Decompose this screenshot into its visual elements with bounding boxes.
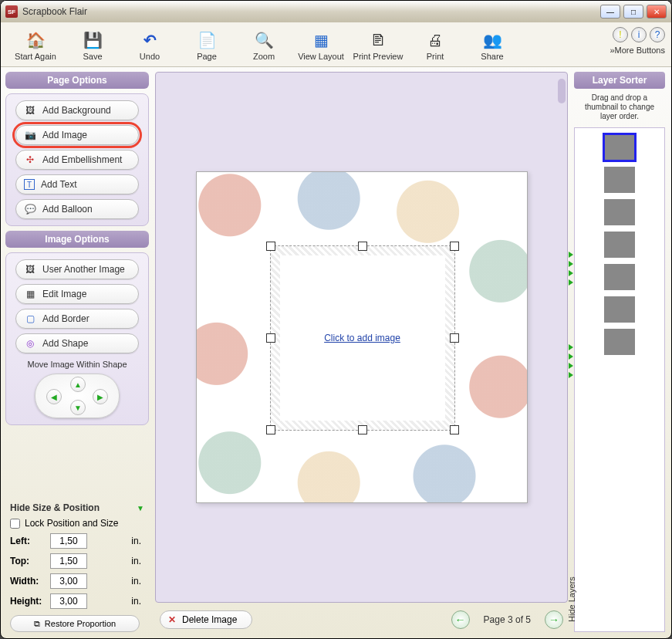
main-toolbar: 🏠Start Again 💾Save ↶Undo 📄Page 🔍Zoom ▦Vi… [1, 22, 671, 67]
move-dpad: ▲ ▼ ◀ ▶ [35, 374, 120, 418]
move-left-button[interactable]: ◀ [46, 389, 62, 404]
home-icon: 🏠 [25, 30, 46, 50]
move-right-button[interactable]: ▶ [93, 389, 108, 404]
page-options-panel: 🖼Add Background 📷Add Image ✣Add Embellis… [5, 93, 149, 226]
app-icon: SF [5, 5, 18, 18]
layout-icon: ▦ [311, 30, 331, 50]
width-input[interactable] [50, 573, 87, 589]
save-icon: 💾 [83, 30, 103, 50]
resize-handle-bm[interactable] [358, 425, 367, 434]
layer-thumbnail[interactable] [604, 329, 635, 355]
resize-handle-br[interactable] [450, 425, 459, 434]
height-input[interactable] [50, 593, 87, 609]
resize-handle-tm[interactable] [358, 242, 367, 251]
background-icon: 🖼 [24, 104, 36, 117]
layer-thumbnail[interactable] [604, 134, 635, 161]
image-placeholder[interactable]: Click to add image [270, 245, 455, 431]
shape-icon: ◎ [24, 337, 36, 350]
layer-panel: Layer Sorter Drag and drop a thumbnail t… [574, 72, 665, 632]
lock-label: Lock Position and Size [25, 518, 118, 529]
share-icon: 👥 [482, 30, 502, 50]
maximize-button[interactable]: □ [623, 5, 643, 19]
restore-proportion-button[interactable]: ⧉Restore Proportion [10, 615, 140, 632]
add-shape-button[interactable]: ◎Add Shape [15, 333, 139, 353]
layer-thumbnail[interactable] [604, 264, 635, 290]
resize-handle-mr[interactable] [450, 333, 459, 343]
hide-layers-toggle[interactable]: Hide Layers [567, 576, 576, 622]
add-background-button[interactable]: 🖼Add Background [15, 100, 139, 120]
left-label: Left: [10, 536, 47, 546]
resize-handle-ml[interactable] [266, 333, 275, 343]
window-title: Scrapbook Flair [22, 6, 87, 17]
scrollbar-thumb[interactable] [558, 79, 566, 103]
start-again-button[interactable]: 🏠Start Again [7, 25, 64, 66]
edit-icon: ▦ [24, 288, 36, 300]
layer-arrows [569, 344, 573, 378]
more-buttons-link[interactable]: »More Buttons [610, 46, 665, 55]
view-layout-button[interactable]: ▦View Layout [292, 25, 350, 66]
app-body: Page Options 🖼Add Background 📷Add Image … [1, 67, 671, 638]
page-button[interactable]: 📄Page [178, 25, 235, 66]
add-balloon-button[interactable]: 💬Add Balloon [15, 199, 139, 219]
page-canvas[interactable]: Click to add image [196, 171, 528, 503]
click-to-add-image-link[interactable]: Click to add image [324, 333, 400, 343]
unit-label: in. [131, 536, 141, 546]
add-text-button[interactable]: TAdd Text [15, 174, 139, 194]
add-image-button[interactable]: 📷Add Image [15, 125, 139, 145]
width-label: Width: [10, 576, 47, 587]
resize-handle-tl[interactable] [266, 242, 275, 251]
layer-sorter-header: Layer Sorter [574, 72, 665, 89]
height-label: Height: [10, 596, 47, 607]
info-button[interactable]: i [631, 27, 647, 42]
zoom-button[interactable]: 🔍Zoom [235, 25, 292, 66]
prev-page-button[interactable]: ← [451, 610, 470, 629]
share-button[interactable]: 👥Share [464, 25, 521, 66]
layer-thumbnail[interactable] [604, 199, 635, 225]
layer-thumbnail[interactable] [604, 296, 635, 323]
left-input[interactable] [50, 533, 87, 549]
move-up-button[interactable]: ▲ [70, 377, 86, 392]
save-button[interactable]: 💾Save [64, 25, 121, 66]
top-label: Top: [10, 556, 47, 566]
canvas-area: Click to add image ✕Delete Image ← [155, 72, 568, 632]
resize-handle-tr[interactable] [450, 242, 459, 251]
canvas-footer: ✕Delete Image ← Page 3 of 5 → [155, 607, 568, 632]
size-position-section: Hide Size & Position▼ Lock Position and … [5, 499, 149, 632]
page-options-header: Page Options [5, 72, 149, 89]
layer-thumbnail[interactable] [604, 167, 635, 193]
layer-list: Hide Layers [574, 127, 665, 632]
titlebar: SF Scrapbook Flair — □ ✕ [1, 1, 671, 22]
balloon-icon: 💬 [24, 203, 36, 215]
print-preview-button[interactable]: 🖹Print Preview [350, 25, 407, 66]
print-icon: 🖨 [425, 30, 445, 50]
canvas-frame: Click to add image [155, 72, 568, 603]
next-page-button[interactable]: → [545, 610, 563, 629]
page-icon: 📄 [197, 30, 217, 50]
print-button[interactable]: 🖨Print [407, 25, 464, 66]
undo-icon: ↶ [140, 30, 160, 50]
close-button[interactable]: ✕ [647, 5, 667, 19]
zoom-icon: 🔍 [254, 30, 274, 50]
print-preview-icon: 🖹 [368, 30, 388, 50]
help-button[interactable]: ? [650, 27, 665, 42]
minimize-button[interactable]: — [600, 5, 620, 19]
edit-image-button[interactable]: ▦Edit Image [15, 284, 139, 304]
top-input[interactable] [50, 553, 87, 569]
resize-handle-bl[interactable] [266, 425, 275, 434]
move-down-button[interactable]: ▼ [70, 400, 86, 415]
layer-thumbnail[interactable] [604, 232, 635, 258]
use-another-image-button[interactable]: 🖼User Another Image [15, 259, 139, 279]
add-embellishment-button[interactable]: ✣Add Embellishment [15, 150, 139, 170]
add-border-button[interactable]: ▢Add Border [15, 309, 139, 329]
delete-image-button[interactable]: ✕Delete Image [160, 610, 252, 629]
restore-icon: ⧉ [34, 619, 40, 629]
undo-button[interactable]: ↶Undo [121, 25, 178, 66]
left-sidebar: Page Options 🖼Add Background 📷Add Image … [5, 72, 149, 632]
size-position-header[interactable]: Hide Size & Position▼ [10, 502, 144, 513]
lock-checkbox[interactable] [10, 519, 20, 529]
hint-button[interactable]: ! [613, 27, 628, 42]
move-image-label: Move Image Within Shape [27, 360, 127, 369]
layer-arrows [569, 252, 573, 286]
image-options-header: Image Options [5, 231, 149, 248]
image-icon: 🖼 [24, 263, 36, 276]
